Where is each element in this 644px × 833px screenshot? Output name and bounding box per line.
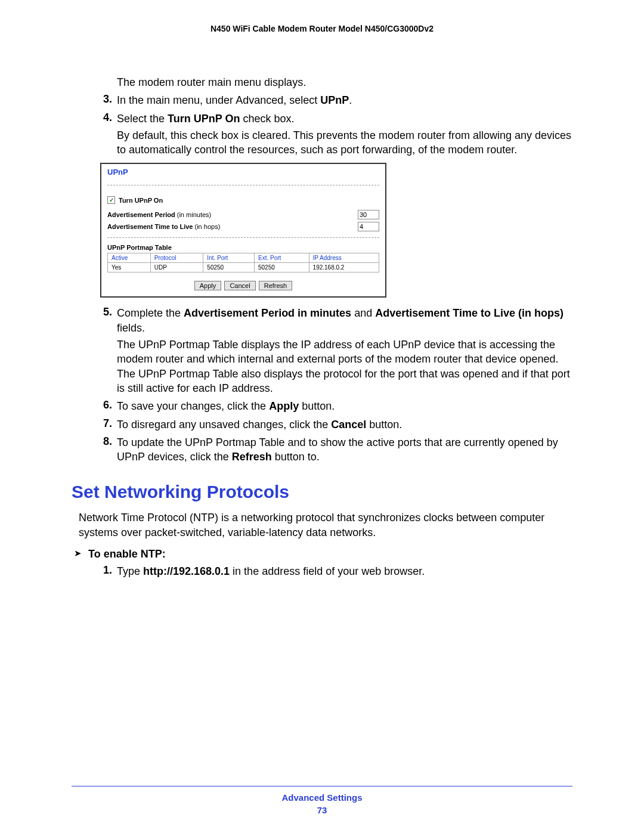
- portmap-r0-intport: 50250: [203, 263, 255, 272]
- portmap-h-ip: IP Address: [309, 253, 379, 263]
- adv-period-label-bold: Advertisement Period: [107, 211, 175, 218]
- section-heading: Set Networking Protocols: [72, 482, 572, 502]
- turn-upnp-on-checkbox[interactable]: ✓: [107, 196, 115, 204]
- portmap-header-row: Active Protocol Int. Port Ext. Port IP A…: [108, 253, 379, 263]
- adv-period-label: Advertisement Period (in minutes): [107, 211, 211, 218]
- ntp-step-1-c: in the address field of your web browser…: [230, 565, 425, 577]
- adv-ttl-label: Advertisement Time to Live (in hops): [107, 223, 220, 230]
- step-5-text: Complete the Advertisement Period in min…: [117, 306, 572, 335]
- step-7-part-a: To disregard any unsaved changes, click …: [117, 419, 331, 431]
- step-6-part-b: Apply: [269, 400, 299, 412]
- step-6-part-a: To save your changes, click the: [117, 400, 269, 412]
- step-4: 4. Select the Turn UPnP On check box.: [100, 112, 572, 126]
- step-5-part-b: Advertisement Period in minutes: [184, 307, 351, 319]
- step-7-text: To disregard any unsaved changes, click …: [117, 417, 572, 432]
- adv-period-row: Advertisement Period (in minutes): [107, 210, 379, 219]
- task-title: To enable NTP:: [88, 548, 166, 561]
- adv-ttl-label-rest: (in hops): [193, 223, 220, 230]
- step-4-text: Select the Turn UPnP On check box.: [117, 112, 572, 126]
- step-4-part-b: Turn UPnP On: [168, 113, 240, 125]
- adv-ttl-row: Advertisement Time to Live (in hops): [107, 222, 379, 231]
- portmap-table: Active Protocol Int. Port Ext. Port IP A…: [107, 253, 379, 272]
- adv-period-input[interactable]: [358, 210, 379, 219]
- footer-rule: [72, 786, 572, 787]
- ntp-step-1-b: http://192.168.0.1: [143, 565, 230, 577]
- turn-upnp-on-label: Turn UPnP On: [119, 197, 163, 204]
- apply-button[interactable]: Apply: [194, 281, 222, 290]
- upnp-panel: UPnP ✓ Turn UPnP On Advertisement Period…: [100, 163, 386, 298]
- step-4-continuation: By default, this check box is cleared. T…: [117, 128, 572, 157]
- step-5-continuation: The UPnP Portmap Table displays the IP a…: [117, 337, 572, 395]
- step-8-part-c: button to.: [272, 451, 320, 463]
- step-5-part-a: Complete the: [117, 307, 184, 319]
- ntp-step-1: 1. Type http://192.168.0.1 in the addres…: [100, 564, 572, 578]
- ntp-step-1-a: Type: [117, 565, 143, 577]
- step-3-part-b: UPnP: [320, 94, 349, 106]
- task-arrow-row: ➤ To enable NTP:: [74, 548, 572, 561]
- section-paragraph: Network Time Protocol (NTP) is a network…: [79, 510, 572, 540]
- step-6-text: To save your changes, click the Apply bu…: [117, 399, 572, 413]
- adv-ttl-input[interactable]: [358, 222, 379, 231]
- step-7-part-c: button.: [366, 419, 402, 431]
- step-3-num: 3.: [100, 93, 117, 107]
- portmap-r0-active: Yes: [108, 263, 151, 272]
- portmap-r0-protocol: UDP: [150, 263, 203, 272]
- step-8-part-b: Refresh: [232, 451, 272, 463]
- refresh-button[interactable]: Refresh: [259, 281, 293, 290]
- portmap-h-protocol: Protocol: [150, 253, 203, 263]
- portmap-r0-ip: 192.168.0.2: [309, 263, 379, 272]
- portmap-r0-extport: 50250: [254, 263, 309, 272]
- step-5-num: 5.: [100, 306, 117, 335]
- step-7-num: 7.: [100, 417, 117, 432]
- step-6: 6. To save your changes, click the Apply…: [100, 399, 572, 413]
- step-5: 5. Complete the Advertisement Period in …: [100, 306, 572, 335]
- doc-header-title: N450 WiFi Cable Modem Router Model N450/…: [72, 24, 572, 33]
- step-8: 8. To update the UPnP Portmap Table and …: [100, 435, 572, 465]
- step-4-part-c: check box.: [240, 113, 294, 125]
- step-7: 7. To disregard any unsaved changes, cli…: [100, 417, 572, 432]
- turn-upnp-on-row: ✓ Turn UPnP On: [107, 196, 379, 204]
- portmap-row-0: Yes UDP 50250 50250 192.168.0.2: [108, 263, 379, 272]
- upnp-title: UPnP: [107, 168, 379, 185]
- page-footer: Advanced Settings 73: [72, 786, 572, 816]
- cancel-button[interactable]: Cancel: [224, 281, 255, 290]
- upnp-divider: [107, 237, 379, 238]
- portmap-h-active: Active: [108, 253, 151, 263]
- portmap-h-extport: Ext. Port: [254, 253, 309, 263]
- step-3-text: In the main menu, under Advanced, select…: [117, 93, 572, 107]
- step-7-part-b: Cancel: [331, 419, 366, 431]
- step-5-part-e: fields.: [117, 322, 145, 334]
- step-6-num: 6.: [100, 399, 117, 413]
- step-3-part-c: .: [349, 94, 352, 106]
- step-8-num: 8.: [100, 435, 117, 465]
- step-8-text: To update the UPnP Portmap Table and to …: [117, 435, 572, 465]
- step-8-part-a: To update the UPnP Portmap Table and to …: [117, 436, 558, 463]
- ntp-step-1-text: Type http://192.168.0.1 in the address f…: [117, 564, 572, 578]
- step-3-part-a: In the main menu, under Advanced, select: [117, 94, 320, 106]
- footer-page-number: 73: [72, 805, 572, 815]
- ntp-step-1-num: 1.: [100, 564, 117, 578]
- step-4-part-a: Select the: [117, 113, 168, 125]
- step-3: 3. In the main menu, under Advanced, sel…: [100, 93, 572, 107]
- portmap-h-intport: Int. Port: [203, 253, 255, 263]
- arrow-right-icon: ➤: [74, 548, 88, 559]
- adv-ttl-label-bold: Advertisement Time to Live: [107, 223, 193, 230]
- step-4-num: 4.: [100, 112, 117, 126]
- step-5-part-d: Advertisement Time to Live (in hops): [375, 307, 564, 319]
- footer-section-title: Advanced Settings: [72, 792, 572, 803]
- upnp-button-row: Apply Cancel Refresh: [107, 281, 379, 290]
- step-6-part-c: button.: [299, 400, 335, 412]
- intro-continuation: The modem router main menu displays.: [117, 75, 572, 89]
- adv-period-label-rest: (in minutes): [175, 211, 212, 218]
- portmap-title: UPnP Portmap Table: [107, 244, 379, 251]
- step-5-part-c: and: [351, 307, 375, 319]
